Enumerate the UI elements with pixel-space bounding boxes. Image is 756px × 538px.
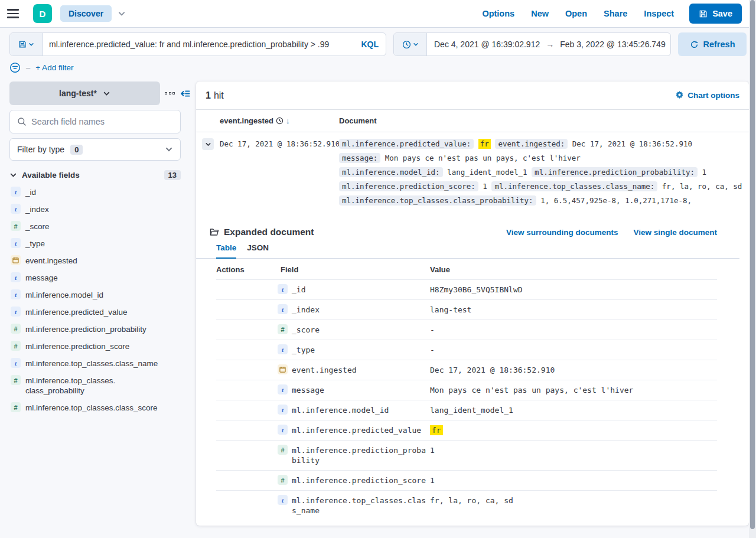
document-column-header: Document bbox=[339, 116, 743, 125]
link-view-single-document[interactable]: View single document bbox=[633, 228, 717, 237]
field-item[interactable]: t_type bbox=[9, 239, 181, 249]
sort-descending-icon[interactable]: ↓ bbox=[286, 116, 290, 125]
field-item[interactable]: tml.​inference.​model_id bbox=[9, 290, 181, 300]
summary-value: 1 bbox=[483, 182, 487, 191]
expanded-document-tabs: TableJSON bbox=[196, 243, 739, 259]
field-item[interactable]: event.​ingested bbox=[9, 256, 181, 266]
number-type-icon: # bbox=[278, 324, 288, 334]
gear-icon bbox=[675, 91, 684, 100]
row-actions-cell bbox=[216, 305, 278, 315]
field-item[interactable]: t_index bbox=[9, 204, 181, 214]
field-item[interactable]: #ml.​inference.​top_classes.​class_score bbox=[9, 403, 181, 413]
save-button-label: Save bbox=[712, 9, 732, 18]
table-row: #_score- bbox=[216, 319, 717, 340]
available-fields-header[interactable]: Available fields 13 bbox=[9, 170, 181, 180]
row-field-name: ml.inference.model_id bbox=[292, 405, 426, 415]
field-item[interactable]: tmessage bbox=[9, 273, 181, 283]
row-field-cell: t_type bbox=[278, 345, 426, 355]
field-item[interactable]: tml.​inference.​predicted_value bbox=[9, 307, 181, 317]
field-item[interactable]: #ml.​inference.​prediction_probability bbox=[9, 324, 181, 334]
field-item[interactable]: t_id bbox=[9, 187, 181, 197]
breadcrumb[interactable]: Discover bbox=[60, 5, 112, 22]
nav-link-share[interactable]: Share bbox=[604, 9, 627, 18]
field-name: ml.​inference.​top_classes.​class_name bbox=[25, 358, 158, 369]
summary-value: fr, la, ro, ca, sd bbox=[662, 182, 742, 191]
field-item[interactable]: #_score bbox=[9, 221, 181, 231]
expanded-document-table: Actions Field Value t_idH8Zmy30B6_5VQ5IB… bbox=[216, 259, 717, 520]
field-name-badge: ml.inference.top_classes.class_name: bbox=[491, 181, 657, 191]
query-input[interactable]: ml.inference.predicted_value: fr and ml.… bbox=[43, 40, 354, 49]
tab-json[interactable]: JSON bbox=[247, 243, 269, 258]
query-language-button[interactable]: KQL bbox=[354, 40, 386, 49]
field-name: message bbox=[25, 273, 58, 283]
field-item[interactable]: #ml.​inference.​top_classes.​class_proba… bbox=[9, 376, 181, 396]
index-pattern-label: lang-test* bbox=[59, 89, 97, 98]
filter-by-type-select[interactable]: Filter by type 0 bbox=[9, 138, 181, 161]
tab-table[interactable]: Table bbox=[216, 243, 236, 259]
quick-time-menu-button[interactable] bbox=[394, 33, 427, 56]
string-type-icon: t bbox=[11, 307, 21, 317]
summary-value: Dec 17, 2021 @ 18:36:52.910 bbox=[572, 139, 692, 148]
hit-count: 1hit bbox=[206, 90, 224, 101]
row-value-cell: - bbox=[426, 325, 717, 335]
string-type-icon: t bbox=[278, 384, 288, 394]
top-nav: OptionsNewOpenShareInspect bbox=[482, 9, 674, 18]
string-type-icon: t bbox=[11, 187, 21, 197]
expand-row-button[interactable] bbox=[202, 138, 214, 150]
calendar-icon bbox=[11, 255, 21, 265]
nav-link-open[interactable]: Open bbox=[565, 9, 587, 18]
field-item[interactable]: tml.​inference.​top_classes.​class_name bbox=[9, 358, 181, 369]
link-view-surrounding-documents[interactable]: View surrounding documents bbox=[506, 228, 618, 237]
table-row: tml.inference.top_classes.class_namefr, … bbox=[216, 490, 717, 520]
string-type-icon: t bbox=[11, 358, 21, 368]
saved-query-menu-button[interactable] bbox=[10, 33, 43, 56]
boxes-horizontal-icon[interactable] bbox=[165, 92, 175, 94]
refresh-label: Refresh bbox=[703, 40, 735, 49]
filter-circle-icon[interactable] bbox=[9, 62, 21, 73]
document-row[interactable]: Dec 17, 2021 @ 18:36:52.910 ml.inference… bbox=[196, 132, 749, 211]
string-type-icon: t bbox=[278, 344, 288, 354]
field-name: _id bbox=[25, 187, 36, 197]
table-row: #ml.inference.prediction_score1 bbox=[216, 470, 717, 490]
row-value-cell: fr, la, ro, ca, sd bbox=[426, 495, 717, 516]
add-filter-button[interactable]: + Add filter bbox=[35, 63, 73, 72]
calendar-icon bbox=[278, 364, 288, 374]
nav-link-new[interactable]: New bbox=[531, 9, 549, 18]
nav-link-options[interactable]: Options bbox=[482, 9, 514, 18]
row-field-name: ml.inference.predicted_value bbox=[292, 425, 426, 435]
chevron-down-icon bbox=[413, 41, 419, 47]
collapse-sidebar-icon[interactable] bbox=[180, 88, 191, 99]
breadcrumb-chevron-icon[interactable] bbox=[118, 9, 126, 18]
field-search-input[interactable] bbox=[31, 117, 173, 126]
table-row: event.ingestedDec 17, 2021 @ 18:36:52.91… bbox=[216, 360, 717, 380]
filter-separator: – bbox=[26, 63, 30, 72]
chart-options-button[interactable]: Chart options bbox=[675, 91, 739, 100]
save-button[interactable]: Save bbox=[689, 4, 742, 24]
row-value-cell: lang-test bbox=[426, 305, 717, 315]
app-logo[interactable]: D bbox=[33, 4, 52, 23]
expanded-document-title: Expanded document bbox=[224, 227, 314, 237]
expanded-document-header: Expanded document View surrounding docum… bbox=[196, 227, 749, 237]
string-type-icon: t bbox=[11, 272, 21, 282]
refresh-button[interactable]: Refresh bbox=[678, 32, 747, 56]
field-item[interactable]: #ml.​inference.​prediction_score bbox=[9, 341, 181, 351]
scrollbar-thumb[interactable] bbox=[750, 0, 755, 529]
index-pattern-switcher[interactable]: lang-test* bbox=[9, 81, 160, 105]
time-column-header[interactable]: event.ingested bbox=[220, 116, 273, 125]
row-field-cell: event.ingested bbox=[278, 365, 426, 375]
date-range-start[interactable]: Dec 4, 2021 @ 16:39:02.912 bbox=[434, 40, 540, 49]
nav-link-inspect[interactable]: Inspect bbox=[644, 9, 674, 18]
field-name: event.​ingested bbox=[25, 256, 77, 266]
chevron-down-icon bbox=[165, 145, 173, 154]
date-range-end[interactable]: Feb 3, 2022 @ 13:45:26.749 bbox=[560, 40, 665, 49]
row-field-name: _id bbox=[292, 285, 426, 295]
summary-line: message: Mon pays ce n'est pas un pays, … bbox=[339, 151, 743, 165]
menu-icon[interactable] bbox=[7, 6, 21, 21]
hit-count-number: 1 bbox=[206, 90, 211, 100]
value-column-header: Value bbox=[426, 265, 717, 274]
top-bar: D Discover OptionsNewOpenShareInspect Sa… bbox=[0, 0, 756, 28]
chart-options-label: Chart options bbox=[687, 91, 739, 100]
vertical-scrollbar[interactable] bbox=[749, 0, 756, 538]
save-icon bbox=[699, 9, 708, 18]
number-type-icon: # bbox=[11, 375, 21, 385]
